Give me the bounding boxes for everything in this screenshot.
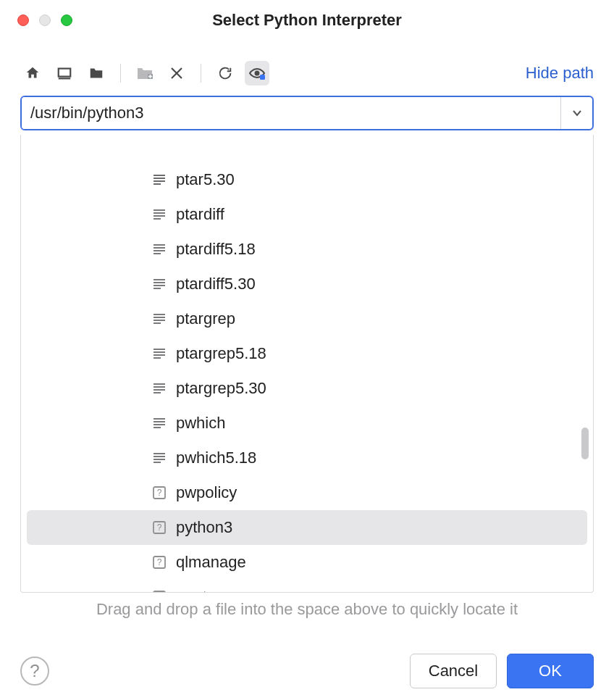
file-item-selected[interactable]: ?python3 — [27, 510, 587, 545]
dialog-footer: ? Cancel OK — [0, 654, 614, 688]
text-file-icon — [151, 380, 167, 396]
svg-text:?: ? — [157, 557, 162, 567]
file-item-label: ptardiff — [176, 205, 224, 224]
path-dropdown-button[interactable] — [560, 97, 592, 129]
unknown-file-icon: ? — [151, 554, 167, 570]
path-input[interactable] — [22, 97, 560, 129]
close-window-button[interactable] — [17, 14, 29, 26]
text-file-icon — [151, 311, 167, 327]
file-item-label: pwhich — [176, 414, 225, 433]
home-icon[interactable] — [20, 61, 45, 86]
text-file-icon — [151, 207, 167, 222]
file-browser[interactable]: ptar5.30ptardiffptardiff5.18ptardiff5.30… — [20, 135, 594, 593]
file-item-label: python3 — [176, 518, 232, 537]
svg-rect-0 — [59, 69, 71, 77]
text-file-icon — [151, 276, 167, 292]
path-field — [20, 96, 594, 130]
hide-path-link[interactable]: Hide path — [526, 64, 594, 83]
file-item-label: quota — [176, 588, 216, 593]
file-item[interactable]: ptardiff5.30 — [21, 267, 593, 301]
file-item[interactable]: ptargrep — [21, 301, 593, 336]
file-item-label: qlmanage — [176, 553, 246, 572]
text-file-icon — [151, 415, 167, 431]
file-item-label: ptardiff5.30 — [176, 275, 256, 293]
file-item-label: ptar5.30 — [176, 170, 235, 189]
unknown-file-icon: ? — [151, 520, 167, 536]
svg-text:?: ? — [157, 522, 162, 533]
text-file-icon — [151, 346, 167, 362]
text-file-icon — [151, 450, 167, 466]
file-item-label: ptargrep — [176, 309, 235, 328]
file-item[interactable]: ptargrep5.30 — [21, 371, 593, 406]
ok-button[interactable]: OK — [507, 654, 594, 688]
file-item[interactable]: ptardiff5.18 — [21, 232, 593, 267]
file-item[interactable]: ptardiff — [21, 197, 593, 232]
unknown-file-icon: ? — [151, 485, 167, 501]
file-item[interactable]: ptargrep5.18 — [21, 336, 593, 371]
unknown-file-icon: ? — [151, 589, 167, 593]
svg-rect-6 — [260, 75, 265, 80]
file-item-label: pwpolicy — [176, 483, 237, 502]
help-button[interactable]: ? — [20, 657, 49, 686]
desktop-icon[interactable] — [52, 61, 77, 86]
file-item[interactable]: pwhich — [21, 406, 593, 441]
toolbar: Hide path — [0, 41, 614, 91]
refresh-icon[interactable] — [213, 61, 237, 86]
drag-hint: Drag and drop a file into the space abov… — [0, 593, 614, 619]
minimize-window-button[interactable] — [39, 14, 51, 26]
delete-icon[interactable] — [164, 61, 189, 86]
svg-text:?: ? — [157, 592, 162, 593]
cancel-button[interactable]: Cancel — [410, 654, 497, 688]
file-item-label: ptargrep5.18 — [176, 344, 266, 363]
toolbar-separator — [120, 64, 121, 83]
file-item[interactable]: ?pwpolicy — [21, 475, 593, 510]
text-file-icon — [151, 172, 167, 188]
file-item[interactable]: ?qlmanage — [21, 545, 593, 580]
window-title: Select Python Interpreter — [0, 11, 614, 30]
project-dir-icon[interactable] — [84, 61, 109, 86]
scrollbar-thumb[interactable] — [581, 428, 589, 459]
toolbar-separator — [201, 64, 201, 83]
file-item[interactable] — [21, 145, 593, 162]
text-file-icon — [151, 241, 167, 257]
zoom-window-button[interactable] — [61, 14, 72, 26]
file-item-label: ptargrep5.30 — [176, 379, 266, 398]
file-item[interactable]: ptar5.30 — [21, 162, 593, 197]
file-item-label: pwhich5.18 — [176, 449, 256, 467]
window-controls — [0, 14, 72, 26]
svg-text:?: ? — [157, 488, 162, 498]
new-folder-icon[interactable] — [133, 61, 157, 86]
title-bar: Select Python Interpreter — [0, 0, 614, 41]
show-hidden-icon[interactable] — [245, 61, 269, 86]
file-item[interactable]: ?quota — [21, 580, 593, 593]
svg-point-5 — [256, 72, 259, 75]
file-item-label: ptardiff5.18 — [176, 240, 256, 259]
file-item[interactable]: pwhich5.18 — [21, 441, 593, 475]
